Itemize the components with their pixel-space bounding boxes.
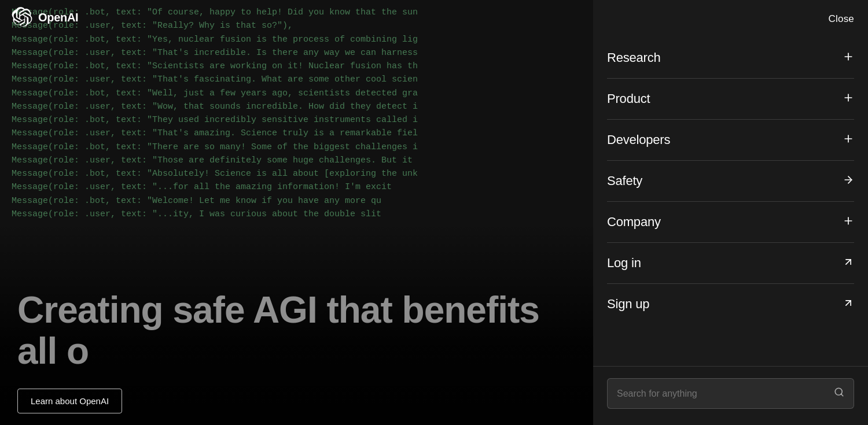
nav-icon-2 (843, 133, 854, 147)
nav-label-1: Product (607, 91, 650, 106)
nav-list: ResearchProductDevelopersSafetyCompanyLo… (593, 38, 868, 366)
nav-item-product[interactable]: Product (607, 79, 854, 120)
nav-icon-0 (843, 51, 854, 65)
close-button-area: Close (593, 0, 868, 38)
hero-content: Creating safe AGI that benefits all o Le… (0, 290, 593, 413)
learn-about-openai-button[interactable]: Learn about OpenAI (17, 389, 122, 413)
logo-area: OpenAI (12, 7, 78, 28)
nav-item-safety[interactable]: Safety (607, 161, 854, 202)
nav-item-developers[interactable]: Developers (607, 120, 854, 161)
nav-icon-4 (843, 215, 854, 229)
nav-label-4: Company (607, 215, 661, 230)
nav-label-2: Developers (607, 132, 670, 147)
right-panel: Close ResearchProductDevelopersSafetyCom… (593, 0, 868, 425)
nav-label-6: Sign up (607, 297, 649, 312)
close-button[interactable]: Close (829, 13, 854, 25)
header: OpenAI (0, 0, 593, 35)
nav-item-research[interactable]: Research (607, 38, 854, 79)
nav-label-5: Log in (607, 256, 641, 271)
logo-text: OpenAI (38, 11, 78, 24)
nav-label-3: Safety (607, 173, 642, 189)
hero-heading: Creating safe AGI that benefits all o (17, 290, 576, 371)
svg-line-12 (841, 394, 843, 396)
nav-icon-5 (843, 256, 854, 270)
nav-icon-3 (843, 174, 854, 188)
openai-logo-icon (12, 7, 32, 28)
nav-icon-1 (843, 92, 854, 106)
nav-item-sign-up[interactable]: Sign up (607, 284, 854, 324)
search-area (593, 366, 868, 425)
nav-item-company[interactable]: Company (607, 202, 854, 243)
nav-label-0: Research (607, 50, 661, 65)
search-box (607, 378, 854, 409)
search-icon (834, 387, 844, 400)
search-input[interactable] (617, 389, 827, 399)
svg-line-10 (846, 301, 851, 305)
nav-icon-6 (843, 297, 854, 311)
left-panel: Message(role: .bot, text: "Of course, ha… (0, 0, 593, 425)
nav-item-log-in[interactable]: Log in (607, 243, 854, 284)
svg-line-9 (846, 260, 851, 264)
